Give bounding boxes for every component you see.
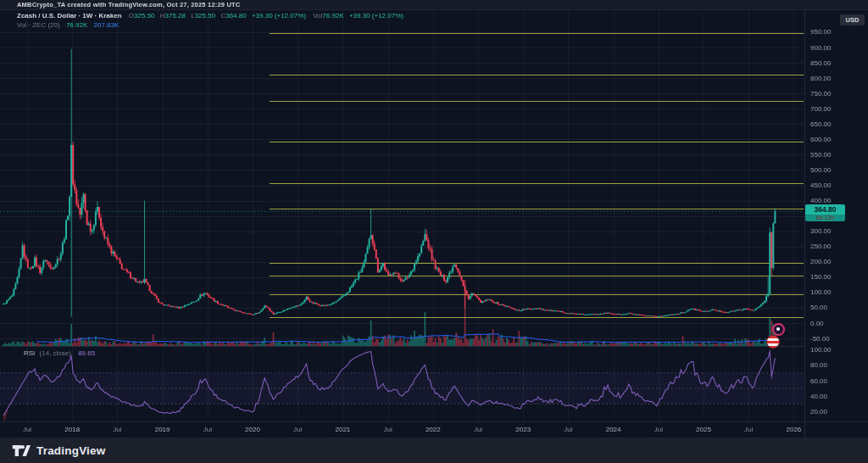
rsi-legend[interactable]: RSI (14, close) 89.65 xyxy=(24,349,95,357)
bar-countdown: 6d 12h xyxy=(805,215,845,221)
time-tick-label: Jul xyxy=(383,426,392,433)
tradingview-logo-text: TradingView xyxy=(36,444,105,457)
price-tick-label: 250.00 xyxy=(810,243,831,250)
time-tick-label: Jul xyxy=(203,426,212,433)
time-axis-border xyxy=(0,421,868,422)
price-tick-label: 100.00 xyxy=(810,288,831,296)
time-tick-label: 2020 xyxy=(245,426,260,433)
time-tick-label: Jul xyxy=(293,426,302,433)
price-tick-label: 750.00 xyxy=(810,90,831,98)
time-tick-label: 2021 xyxy=(335,426,350,433)
price-tick-label: 900.00 xyxy=(810,44,831,52)
symbol-title[interactable]: Zcash / U.S. Dollar · 1W · Kraken xyxy=(17,12,122,20)
rsi-tick-label: 40.00 xyxy=(810,393,827,400)
time-tick-label: 2018 xyxy=(64,426,80,433)
time-tick-label: Jul xyxy=(744,426,753,433)
last-price-badge[interactable]: 364.80 6d 12h xyxy=(805,204,845,221)
volume-ma-value: 207.83K xyxy=(94,21,120,29)
price-tick-label: 500.00 xyxy=(810,166,831,174)
price-tick-label: 300.00 xyxy=(810,227,831,235)
price-tick-label: 50.00 xyxy=(810,304,827,311)
price-tick-label: 550.00 xyxy=(810,151,831,159)
vol-key: Vol xyxy=(313,12,322,20)
vol-change-value: +39.30 (+12.07%) xyxy=(349,12,403,20)
rsi-value: 89.65 xyxy=(78,349,95,357)
change-value: +39.30 (+12.07%) xyxy=(252,12,306,20)
tradingview-logo[interactable]: TradingView xyxy=(12,444,105,457)
price-tick-label: 650.00 xyxy=(810,120,831,128)
footer-bar: TradingView xyxy=(0,438,868,463)
rsi-tick-label: 60.00 xyxy=(810,377,827,385)
volume-indicator-value: 76.92K xyxy=(66,21,87,29)
price-tick-label: 850.00 xyxy=(810,59,831,67)
price-tick-label: 600.00 xyxy=(810,136,831,143)
rsi-tick-label: 100.00 xyxy=(810,346,831,354)
price-tick-label: 450.00 xyxy=(810,181,831,189)
vol-value: 76.92K xyxy=(322,12,343,20)
price-tick-label: 150.00 xyxy=(810,273,831,281)
time-tick-label: 2019 xyxy=(155,426,170,433)
sticker-icon-spiral[interactable] xyxy=(772,323,785,336)
watermark-text: AMBCrypto_TA created with TradingView.co… xyxy=(17,1,241,8)
currency-toggle-button[interactable]: USD xyxy=(840,14,865,25)
sticker-icon-striped-ball[interactable] xyxy=(766,335,780,349)
time-tick-label: 2023 xyxy=(515,426,531,433)
last-price-value: 364.80 xyxy=(805,204,845,215)
price-tick-label: 200.00 xyxy=(810,258,831,265)
time-tick-label: 2026 xyxy=(786,426,801,433)
symbol-legend: Zcash / U.S. Dollar · 1W · Kraken O325.5… xyxy=(17,12,403,20)
high-value: 375.28 xyxy=(165,12,186,20)
close-value: 364.80 xyxy=(225,12,246,20)
price-tick-label: 700.00 xyxy=(810,105,831,113)
tradingview-chart-window: AMBCrypto_TA created with TradingView.co… xyxy=(0,0,868,463)
price-axis-border xyxy=(804,9,805,438)
time-tick-label: Jul xyxy=(23,426,31,433)
time-tick-label: 2025 xyxy=(696,426,711,433)
tradingview-logo-icon xyxy=(12,444,31,457)
volume-indicator-label: Vol · ZEC (20) xyxy=(17,21,60,29)
price-tick-label: -50.00 xyxy=(810,335,830,343)
rsi-tick-label: 20.00 xyxy=(810,408,827,416)
time-tick-label: Jul xyxy=(113,426,121,433)
time-tick-label: Jul xyxy=(564,426,572,433)
price-tick-label: 400.00 xyxy=(810,197,831,204)
price-tick-label: 950.00 xyxy=(810,28,831,36)
price-chart-canvas[interactable] xyxy=(0,0,868,463)
open-value: 325.50 xyxy=(134,12,154,20)
low-value: 325.50 xyxy=(195,12,215,20)
time-tick-label: Jul xyxy=(654,426,663,433)
time-tick-label: 2022 xyxy=(426,426,441,433)
price-tick-label: 800.00 xyxy=(810,75,831,82)
rsi-params: (14, close) xyxy=(40,349,71,357)
price-tick-label: 0.00 xyxy=(810,320,824,327)
pane-separator[interactable] xyxy=(0,346,804,347)
rsi-label: RSI xyxy=(24,349,35,357)
time-tick-label: Jul xyxy=(474,426,482,433)
volume-indicator-legend[interactable]: Vol · ZEC (20) 76.92K 207.83K xyxy=(17,21,123,29)
time-tick-label: 2024 xyxy=(606,426,621,433)
rsi-tick-label: 80.00 xyxy=(810,361,827,369)
